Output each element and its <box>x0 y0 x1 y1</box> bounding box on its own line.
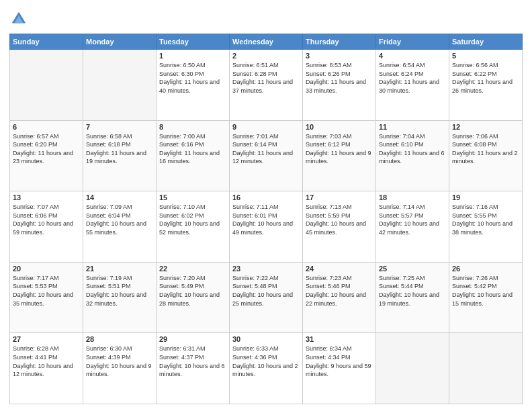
day-number: 4 <box>379 52 446 60</box>
day-number: 5 <box>452 52 519 60</box>
daylight-text: Daylight: 10 hours and 55 minutes. <box>86 220 153 236</box>
sunset-text: Sunset: 5:53 PM <box>13 282 80 291</box>
calendar-week-1: 1Sunrise: 6:50 AMSunset: 6:30 PMDaylight… <box>10 50 523 121</box>
sunset-text: Sunset: 4:41 PM <box>13 353 80 362</box>
day-number: 31 <box>306 335 373 343</box>
sunset-text: Sunset: 5:44 PM <box>379 282 446 291</box>
daylight-text: Daylight: 10 hours and 52 minutes. <box>159 220 226 236</box>
sunrise-text: Sunrise: 6:33 AM <box>232 345 300 353</box>
day-number: 29 <box>159 335 226 343</box>
calendar-cell: 28Sunrise: 6:30 AMSunset: 4:39 PMDayligh… <box>83 333 157 404</box>
daylight-text: Daylight: 10 hours and 49 minutes. <box>232 220 300 236</box>
day-number: 25 <box>379 265 446 273</box>
daylight-text: Daylight: 11 hours and 40 minutes. <box>159 78 226 95</box>
daylight-text: Daylight: 10 hours and 38 minutes. <box>452 220 519 236</box>
day-info: Sunrise: 6:51 AMSunset: 6:28 PMDaylight:… <box>232 61 300 95</box>
calendar-header-row: SundayMondayTuesdayWednesdayThursdayFrid… <box>10 34 523 50</box>
day-info: Sunrise: 7:22 AMSunset: 5:48 PMDaylight:… <box>232 274 300 308</box>
calendar-cell: 8Sunrise: 7:00 AMSunset: 6:16 PMDaylight… <box>157 120 230 191</box>
day-info: Sunrise: 6:33 AMSunset: 4:36 PMDaylight:… <box>232 345 300 378</box>
day-number: 6 <box>13 123 80 131</box>
day-number: 2 <box>232 52 300 60</box>
col-header-wednesday: Wednesday <box>230 34 303 50</box>
calendar-cell: 7Sunrise: 6:58 AMSunset: 6:18 PMDaylight… <box>83 120 157 191</box>
calendar-week-4: 20Sunrise: 7:17 AMSunset: 5:53 PMDayligh… <box>10 262 523 333</box>
sunrise-text: Sunrise: 6:31 AM <box>159 345 226 353</box>
calendar-cell <box>83 50 157 121</box>
calendar-cell: 16Sunrise: 7:11 AMSunset: 6:01 PMDayligh… <box>230 191 303 263</box>
day-info: Sunrise: 7:26 AMSunset: 5:42 PMDaylight:… <box>452 274 519 308</box>
sunset-text: Sunset: 5:48 PM <box>232 282 300 291</box>
day-info: Sunrise: 7:01 AMSunset: 6:14 PMDaylight:… <box>232 132 300 166</box>
day-info: Sunrise: 6:53 AMSunset: 6:26 PMDaylight:… <box>306 61 373 95</box>
sunrise-text: Sunrise: 6:56 AM <box>452 61 519 70</box>
day-number: 23 <box>232 265 300 273</box>
sunset-text: Sunset: 6:06 PM <box>13 212 80 220</box>
calendar-cell: 3Sunrise: 6:53 AMSunset: 6:26 PMDaylight… <box>303 50 376 121</box>
day-info: Sunrise: 7:16 AMSunset: 5:55 PMDaylight:… <box>452 203 519 236</box>
day-number: 11 <box>379 123 446 131</box>
sunrise-text: Sunrise: 6:57 AM <box>13 132 80 141</box>
col-header-tuesday: Tuesday <box>157 34 230 50</box>
calendar-cell: 6Sunrise: 6:57 AMSunset: 6:20 PMDaylight… <box>10 120 83 191</box>
day-info: Sunrise: 6:50 AMSunset: 6:30 PMDaylight:… <box>159 61 226 95</box>
sunrise-text: Sunrise: 7:11 AM <box>232 203 300 212</box>
calendar-cell: 23Sunrise: 7:22 AMSunset: 5:48 PMDayligh… <box>230 262 303 333</box>
day-info: Sunrise: 7:00 AMSunset: 6:16 PMDaylight:… <box>159 132 226 166</box>
daylight-text: Daylight: 10 hours and 28 minutes. <box>159 291 226 308</box>
sunset-text: Sunset: 6:02 PM <box>159 212 226 220</box>
sunset-text: Sunset: 6:01 PM <box>232 212 300 220</box>
daylight-text: Daylight: 10 hours and 6 minutes. <box>159 362 226 379</box>
sunset-text: Sunset: 6:10 PM <box>379 140 446 149</box>
day-number: 10 <box>306 123 373 131</box>
daylight-text: Daylight: 10 hours and 2 minutes. <box>232 362 300 379</box>
day-number: 22 <box>159 265 226 273</box>
calendar-cell: 17Sunrise: 7:13 AMSunset: 5:59 PMDayligh… <box>303 191 376 263</box>
sunrise-text: Sunrise: 7:03 AM <box>306 132 373 141</box>
daylight-text: Daylight: 10 hours and 15 minutes. <box>452 291 519 308</box>
calendar-cell: 21Sunrise: 7:19 AMSunset: 5:51 PMDayligh… <box>83 262 157 333</box>
sunset-text: Sunset: 6:16 PM <box>159 140 226 149</box>
calendar-cell: 10Sunrise: 7:03 AMSunset: 6:12 PMDayligh… <box>303 120 376 191</box>
calendar-cell <box>376 333 449 404</box>
sunset-text: Sunset: 6:30 PM <box>159 70 226 79</box>
daylight-text: Daylight: 10 hours and 12 minutes. <box>13 362 80 379</box>
sunrise-text: Sunrise: 7:17 AM <box>13 274 80 283</box>
col-header-friday: Friday <box>376 34 449 50</box>
header <box>9 7 523 28</box>
calendar-cell: 1Sunrise: 6:50 AMSunset: 6:30 PMDaylight… <box>157 50 230 121</box>
calendar-cell: 26Sunrise: 7:26 AMSunset: 5:42 PMDayligh… <box>449 262 523 333</box>
day-number: 20 <box>13 265 80 273</box>
daylight-text: Daylight: 10 hours and 59 minutes. <box>13 220 80 236</box>
day-number: 21 <box>86 265 153 273</box>
daylight-text: Daylight: 10 hours and 19 minutes. <box>379 291 446 308</box>
sunset-text: Sunset: 4:39 PM <box>86 353 153 362</box>
daylight-text: Daylight: 11 hours and 19 minutes. <box>86 149 153 166</box>
calendar-cell: 31Sunrise: 6:34 AMSunset: 4:34 PMDayligh… <box>303 333 376 404</box>
sunrise-text: Sunrise: 6:54 AM <box>379 61 446 70</box>
daylight-text: Daylight: 10 hours and 35 minutes. <box>13 291 80 308</box>
day-info: Sunrise: 6:30 AMSunset: 4:39 PMDaylight:… <box>86 345 153 378</box>
daylight-text: Daylight: 9 hours and 59 minutes. <box>306 362 373 379</box>
day-number: 14 <box>86 193 153 201</box>
sunset-text: Sunset: 4:34 PM <box>306 353 373 362</box>
sunset-text: Sunset: 6:28 PM <box>232 70 300 79</box>
sunrise-text: Sunrise: 6:51 AM <box>232 61 300 70</box>
sunset-text: Sunset: 4:36 PM <box>232 353 300 362</box>
day-number: 9 <box>232 123 300 131</box>
day-info: Sunrise: 6:56 AMSunset: 6:22 PMDaylight:… <box>452 61 519 95</box>
daylight-text: Daylight: 11 hours and 6 minutes. <box>379 149 446 166</box>
daylight-text: Daylight: 11 hours and 26 minutes. <box>452 78 519 95</box>
day-info: Sunrise: 7:10 AMSunset: 6:02 PMDaylight:… <box>159 203 226 236</box>
calendar-cell: 22Sunrise: 7:20 AMSunset: 5:49 PMDayligh… <box>157 262 230 333</box>
day-info: Sunrise: 7:04 AMSunset: 6:10 PMDaylight:… <box>379 132 446 166</box>
sunrise-text: Sunrise: 6:50 AM <box>159 61 226 70</box>
sunrise-text: Sunrise: 6:53 AM <box>306 61 373 70</box>
calendar-cell <box>10 50 83 121</box>
daylight-text: Daylight: 11 hours and 12 minutes. <box>232 149 300 166</box>
day-number: 17 <box>306 193 373 201</box>
calendar-cell: 18Sunrise: 7:14 AMSunset: 5:57 PMDayligh… <box>376 191 449 263</box>
sunset-text: Sunset: 6:08 PM <box>452 140 519 149</box>
sunset-text: Sunset: 6:26 PM <box>306 70 373 79</box>
day-info: Sunrise: 7:14 AMSunset: 5:57 PMDaylight:… <box>379 203 446 236</box>
